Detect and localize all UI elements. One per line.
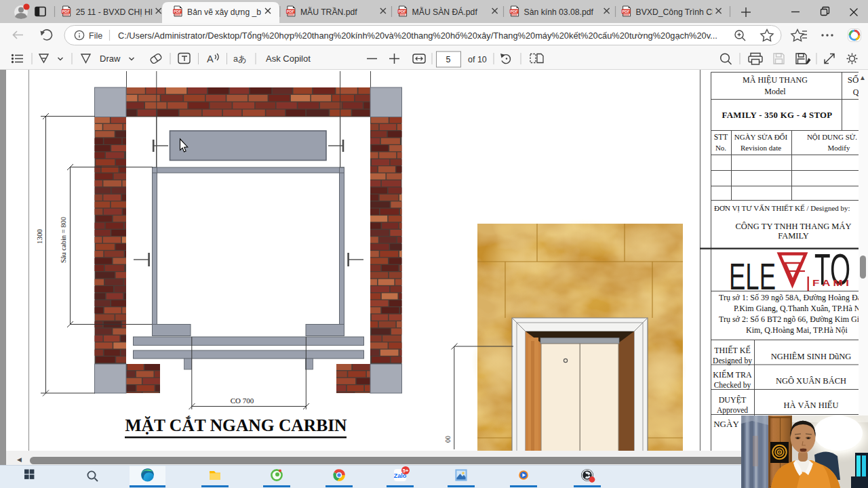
svg-text:Approved: Approved [717,406,748,415]
svg-text:FAMILY - 350 KG - 4 STOP: FAMILY - 350 KG - 4 STOP [722,110,833,120]
svg-text:aあ: aあ [233,54,247,64]
svg-text:PDF: PDF [511,9,519,14]
svg-text:File: File [89,31,102,41]
svg-text:Draw: Draw [100,54,121,64]
svg-text:No.: No. [715,144,726,152]
svg-text:F A M I: F A M I [812,278,849,288]
svg-text:Sâu cabin = 800: Sâu cabin = 800 [60,217,67,263]
svg-text:Kim, Q.Hoàng Mai, TP.Hà Nội: Kim, Q.Hoàng Mai, TP.Hà Nội [746,325,848,335]
svg-text:SỐ: SỐ [848,75,859,85]
svg-text:CO 700: CO 700 [231,396,254,405]
svg-text:Trụ sở 1: Số 39 ngõ 58A, Đường: Trụ sở 1: Số 39 ngõ 58A, Đường Hoàng Đạc [719,293,865,302]
svg-text:Checked by: Checked by [714,381,751,390]
svg-text:NGÀY: NGÀY [713,419,739,429]
svg-text:MẪU TRẦN.pdf: MẪU TRẦN.pdf [300,7,357,17]
svg-text:5+: 5+ [403,468,409,474]
svg-text:Revision date: Revision date [741,144,781,152]
svg-text:A: A [207,54,214,64]
svg-text:Model: Model [764,87,786,96]
svg-text:HÀ VĂN HIẾU: HÀ VĂN HIẾU [783,400,838,410]
svg-text:Designed by: Designed by [713,357,752,365]
svg-text:PDF: PDF [287,9,295,14]
svg-text:Trụ sở 2: Số 6 BT2 ngõ 66, Đườ: Trụ sở 2: Số 6 BT2 ngõ 66, Đường Kim Gia… [719,314,867,324]
svg-text:KIỂM TRA: KIỂM TRA [713,369,752,380]
svg-text:NỘI DUNG SỬ.: NỘI DUNG SỬ. [807,133,857,141]
svg-text:C:/Users/Administrator/Desktop: C:/Users/Administrator/Desktop/Tổng%20hợ… [118,30,717,41]
svg-text:THIẾT KẾ: THIẾT KẾ [714,345,750,355]
svg-text:BVXD_Công Trình Chú: BVXD_Công Trình Chú [636,7,722,17]
svg-text:Bản vẽ xây dựng _bác: Bản vẽ xây dựng _bác [187,7,270,17]
svg-text:NGÔ XUÂN BÁCH: NGÔ XUÂN BÁCH [776,376,846,386]
svg-text:MẶT CẮT NGANG CARBIN: MẶT CẮT NGANG CARBIN [125,415,347,435]
svg-text:25 11 - BVXD CHỊ HIỀ: 25 11 - BVXD CHỊ HIỀ [76,7,159,17]
svg-text:ELE: ELE [729,256,776,298]
svg-text:Sàn kính 03.08.pdf: Sàn kính 03.08.pdf [524,7,594,17]
svg-text:PDF: PDF [174,9,182,14]
svg-text:PDF: PDF [399,9,407,14]
svg-text:STT: STT [714,133,728,141]
svg-text:Modify: Modify [828,144,851,152]
svg-text:5: 5 [446,55,451,64]
svg-text:PDF: PDF [623,9,631,14]
svg-text:FAMILY: FAMILY [778,231,809,241]
svg-text:MẪU SÀN ĐÁ.pdf: MẪU SÀN ĐÁ.pdf [412,7,478,17]
svg-text:00: 00 [444,436,452,443]
svg-text:NGÀY SỬA ĐỔI: NGÀY SỬA ĐỔI [734,133,788,141]
svg-text:DUYỆT: DUYỆT [719,395,747,405]
svg-text:PDF: PDF [62,9,71,14]
svg-text:of 10: of 10 [468,55,487,64]
svg-text:ĐƠN VỊ TƯ VẤN THIẾT KẾ / Desig: ĐƠN VỊ TƯ VẤN THIẾT KẾ / Designed by: [714,204,850,213]
svg-text:NGHIÊM SINH DũNG: NGHIÊM SINH DũNG [771,352,852,361]
svg-text:Ask Copilot: Ask Copilot [266,54,311,64]
svg-text:P.Kim Giang, Q.Thanh Xuân, TP.: P.Kim Giang, Q.Thanh Xuân, TP.Hà N [734,304,861,313]
svg-text:CÔNG TY TNHH THANG MÁY: CÔNG TY TNHH THANG MÁY [735,222,851,231]
svg-text:1300: 1300 [35,229,43,245]
svg-text:MÃ HIỆU THANG: MÃ HIỆU THANG [743,75,808,85]
